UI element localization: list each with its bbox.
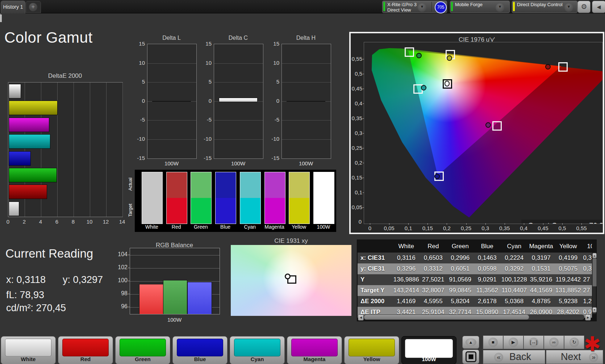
cell: 0,1531	[528, 263, 555, 274]
add-tab-button[interactable]: +	[26, 1, 41, 13]
reading-x: x: 0,3118	[6, 274, 46, 285]
actual-marker-magenta	[485, 122, 491, 128]
delta-tick-label: 0	[268, 98, 279, 104]
cell: 100,1228	[501, 274, 528, 285]
target-marker-green	[405, 47, 414, 57]
alert-asterisk-icon[interactable]: ✱	[584, 332, 601, 356]
target-marker-magenta	[492, 121, 502, 131]
cie1931-plot	[231, 245, 351, 316]
tick	[389, 223, 389, 225]
delta-tick-label: 5	[134, 79, 145, 85]
meter-dropdown[interactable]: X-Rite i1Pro 3 Direct View ▼ 705	[382, 1, 447, 13]
source-dropdown[interactable]: Mobile Forge ▼	[450, 1, 510, 13]
transport-stop-button[interactable]: ■	[483, 335, 503, 349]
rgb-tick-label: 104	[112, 251, 128, 258]
color-button-label: Cyan	[230, 356, 284, 362]
divider	[431, 2, 432, 12]
de2000-bar-yellow	[9, 101, 58, 115]
up-icon: ▲	[466, 338, 476, 346]
transport-play-icon: ▶	[509, 338, 518, 347]
chevron-down-icon: ▼	[418, 3, 426, 12]
cell: 35,9216	[528, 274, 555, 285]
cie-x-label: 0,45	[536, 225, 550, 231]
transport-loop-button[interactable]: ∞	[544, 335, 564, 349]
back-button[interactable]: «Back	[483, 350, 545, 364]
cie1931-actual-marker	[285, 274, 291, 279]
delta-tick-label: 15	[268, 41, 279, 47]
cie-x-label: 0	[363, 225, 377, 231]
tick	[562, 223, 563, 225]
cie-y-label: 0,55	[351, 56, 362, 62]
de2000-chart	[8, 82, 123, 217]
cell: 4,8785	[528, 296, 555, 307]
h-scroll-left[interactable]: ◀	[358, 314, 364, 321]
de2000-tick-label: 6	[51, 219, 62, 225]
cell: 0,3296	[393, 263, 420, 274]
delta-tick-label: -10	[268, 136, 279, 142]
swatch-white	[142, 172, 163, 224]
pattern-icon-inner	[468, 355, 473, 359]
cell: 0,2224	[501, 253, 528, 263]
gear-icon: ⚙	[578, 1, 590, 13]
color-button-blue[interactable]: Blue	[172, 336, 228, 364]
v-scroll-up[interactable]: ▲	[592, 253, 597, 258]
tick	[363, 74, 364, 74]
cell: 0,2996	[447, 253, 474, 263]
de2000-bar-white	[9, 84, 21, 98]
gridline	[147, 120, 196, 120]
delta-tick-label: -10	[134, 136, 145, 142]
pattern-window-button[interactable]	[462, 350, 479, 364]
source-status-bar	[451, 2, 453, 11]
de2000-tick-label: 2	[19, 219, 30, 225]
delta-x-label: 100W	[281, 160, 330, 166]
cell: 0,5075	[555, 263, 582, 274]
cell: 0,3116	[393, 253, 420, 263]
tab-history-1[interactable]: History 1	[1, 1, 25, 13]
swatch-actual	[216, 172, 236, 198]
display-control-dropdown[interactable]: Direct Display Control ▼	[512, 1, 577, 13]
color-swatch	[62, 339, 109, 356]
settings-button[interactable]: ⚙	[577, 1, 591, 13]
cie-x-label: 0,5	[555, 225, 569, 231]
delta-tick-label: 0	[201, 98, 212, 104]
cell: 1,2	[582, 296, 592, 307]
color-button-cyan[interactable]: Cyan	[230, 336, 285, 364]
color-button-100w[interactable]: 100W	[401, 336, 456, 364]
tick	[427, 223, 428, 225]
pattern-up-button[interactable]: ▲	[462, 336, 479, 349]
swatch-cyan	[240, 172, 261, 224]
tick	[0, 22, 2, 22]
transport-refresh-button[interactable]: ↻	[564, 335, 584, 349]
v-scroll-thumb[interactable]	[592, 258, 597, 287]
de2000-tick-label: 4	[35, 219, 46, 225]
color-swatch	[291, 339, 338, 356]
target-marker-red	[558, 62, 568, 72]
de2000-bar-blue	[9, 151, 31, 166]
h-scroll-thumb[interactable]	[364, 315, 529, 319]
transport-play-button[interactable]: ▶	[503, 335, 523, 349]
swatch-target	[142, 198, 162, 224]
h-scroll-right[interactable]: ▶	[585, 314, 591, 321]
reading-fl: fL: 78,93	[6, 289, 44, 301]
gridline	[130, 268, 220, 268]
cie-x-label: 0,55	[574, 225, 589, 231]
cell: 5,9238	[555, 296, 582, 307]
cie1976-panel: CIE 1976 u'v' Gamut Coverage: 76,2% 0,05…	[349, 32, 604, 234]
color-button-green[interactable]: Green	[115, 336, 170, 364]
v-scroll-down[interactable]: ▼	[592, 307, 597, 313]
gridline	[214, 120, 263, 120]
cell: 2,6178	[474, 296, 501, 307]
swatch-target	[191, 198, 211, 224]
reading-y: y: 0,3297	[63, 274, 103, 285]
back-label: Back	[509, 350, 531, 364]
collapse-panel-button[interactable]: ◀	[592, 1, 605, 13]
tick	[128, 294, 130, 294]
color-button-white[interactable]: White	[1, 336, 56, 364]
color-button-yellow[interactable]: Yellow	[344, 336, 399, 364]
color-button-magenta[interactable]: Magenta	[287, 336, 342, 364]
color-button-red[interactable]: Red	[58, 336, 113, 364]
transport-range-button[interactable]: [↔]	[523, 335, 544, 349]
swatch-target	[240, 198, 260, 224]
rgb-x-label: 100W	[130, 317, 219, 323]
cie-y-label: 0,1	[351, 189, 362, 195]
